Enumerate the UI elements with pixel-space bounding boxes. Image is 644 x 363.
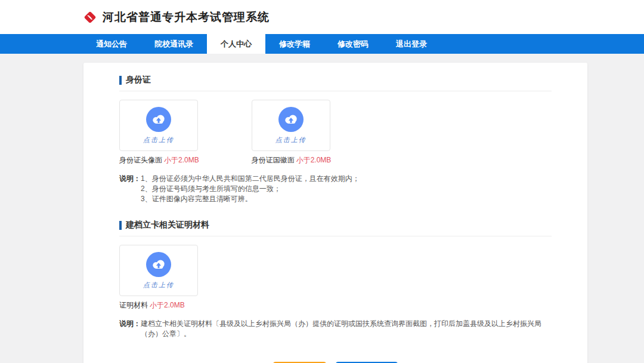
size-limit-text: 小于2.0MB [164, 156, 199, 164]
page-title: 河北省普通专升本考试管理系统 [103, 10, 270, 25]
size-limit-text: 小于2.0MB [296, 156, 332, 164]
id-card-upload-row: 点击上传 身份证头像面小于2.0MB [119, 100, 552, 165]
main-area: 身份证 [0, 63, 644, 363]
upload-caption-text: 身份证头像面 [119, 156, 162, 164]
section-header-certification-materials: 建档立卡相关证明材料 [119, 220, 552, 236]
nav-tab-notices[interactable]: 通知公告 [82, 34, 141, 54]
upload-col-id-front: 点击上传 身份证头像面小于2.0MB [119, 100, 199, 165]
upload-caption-text: 身份证国徽面 [252, 156, 295, 164]
upload-box-id-emblem-side[interactable]: 点击上传 [252, 100, 330, 151]
upload-button-label: 点击上传 [143, 136, 174, 144]
main-nav: 通知公告 院校通讯录 个人中心 修改学籍 修改密码 退出登录 [0, 34, 644, 54]
upload-col-certification: 点击上传 证明材料小于2.0MB [119, 245, 198, 310]
note-line: 建档立卡相关证明材料〔县级及以上乡村振兴局（办）提供的证明或国扶系统查询界面截图… [141, 319, 552, 339]
cloud-upload-icon [146, 252, 171, 277]
content-card: 身份证 [83, 63, 587, 363]
upload-box-certification-material[interactable]: 点击上传 [119, 245, 198, 296]
upload-box-id-portrait-side[interactable]: 点击上传 [119, 100, 198, 151]
note-line: 2、身份证号码须与考生所填写的信息一致； [141, 184, 360, 194]
note-line: 1、身份证必须为中华人民共和国第二代居民身份证，且在有效期内； [141, 174, 360, 184]
upload-caption-text: 证明材料 [119, 301, 148, 309]
certification-notes: 说明： 建档立卡相关证明材料〔县级及以上乡村振兴局（办）提供的证明或国扶系统查询… [119, 319, 552, 339]
nav-tab-school-directory[interactable]: 院校通讯录 [141, 34, 207, 54]
section-accent-bar [119, 76, 122, 85]
note-lines: 建档立卡相关证明材料〔县级及以上乡村振兴局（办）提供的证明或国扶系统查询界面截图… [141, 319, 552, 339]
nav-tab-personal-center[interactable]: 个人中心 [207, 34, 265, 54]
upload-caption-id-portrait: 身份证头像面小于2.0MB [119, 155, 199, 165]
upload-button-label: 点击上传 [143, 281, 174, 290]
section-title: 身份证 [126, 75, 151, 85]
nav-tab-modify-student-status[interactable]: 修改学籍 [265, 34, 324, 54]
cloud-upload-icon [278, 107, 304, 132]
note-lines: 1、身份证必须为中华人民共和国第二代居民身份证，且在有效期内； 2、身份证号码须… [141, 174, 360, 204]
note-label: 说明： [119, 174, 141, 204]
note-label: 说明： [119, 319, 141, 339]
app-header: 河北省普通专升本考试管理系统 [0, 0, 644, 34]
upload-col-id-back: 点击上传 身份证国徽面小于2.0MB [252, 100, 332, 165]
upload-caption-certification: 证明材料小于2.0MB [119, 300, 198, 310]
size-limit-text: 小于2.0MB [150, 301, 185, 309]
section-accent-bar [119, 221, 122, 230]
id-card-notes: 说明： 1、身份证必须为中华人民共和国第二代居民身份证，且在有效期内； 2、身份… [119, 174, 552, 204]
certification-upload-row: 点击上传 证明材料小于2.0MB [119, 245, 552, 310]
nav-tab-logout[interactable]: 退出登录 [382, 34, 441, 54]
note-line: 3、证件图像内容完整且清晰可辨。 [141, 194, 360, 204]
hebei-exam-logo-icon [82, 10, 98, 25]
cloud-upload-icon [146, 107, 171, 132]
upload-caption-id-emblem: 身份证国徽面小于2.0MB [252, 155, 332, 165]
section-header-id-card: 身份证 [119, 75, 552, 91]
upload-button-label: 点击上传 [275, 136, 306, 144]
nav-tab-change-password[interactable]: 修改密码 [324, 34, 382, 54]
section-title: 建档立卡相关证明材料 [126, 220, 209, 230]
